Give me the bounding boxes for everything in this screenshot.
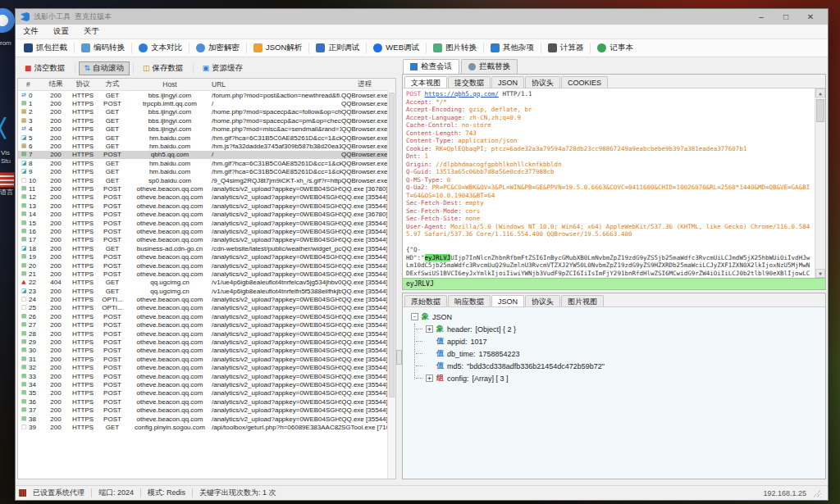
panel-splitter[interactable]: [396, 59, 402, 479]
grid-header[interactable]: #结果协议方式HostURL进程: [18, 79, 395, 91]
table-row[interactable]: ▤14200HTTPSPOSTotheve.beacon.qq.com/anal…: [18, 210, 388, 218]
table-row[interactable]: ▤1200HTTPSPOSTtrpcpb.imtt.qq.com/QQBrows…: [18, 99, 388, 107]
tree-expander-icon[interactable]: +: [426, 375, 433, 382]
table-row[interactable]: ▤27200HTTPSPOSTotheve.beacon.qq.com/anal…: [18, 321, 388, 329]
table-row[interactable]: ▤28200HTTPSPOSTotheve.beacon.qq.com/anal…: [18, 329, 388, 338]
table-row[interactable]: ▲22404HTTPSGETqq.ugcimg.cn/v1/ue4p6igb8e…: [18, 279, 388, 287]
tab-响应数据[interactable]: 响应数据: [448, 295, 491, 306]
table-row[interactable]: ▤15200HTTPSPOSTotheve.beacon.qq.com/anal…: [18, 219, 388, 227]
table-row[interactable]: ▤19200HTTPSPOSTotheve.beacon.qq.com/anal…: [18, 252, 388, 261]
column-header-方式[interactable]: 方式: [97, 79, 128, 89]
request-url-link[interactable]: https://qbh5.qq.com/: [425, 90, 499, 98]
desktop-visual-studio-icon[interactable]: ╳: [0, 120, 5, 138]
table-row[interactable]: ▤37200HTTPSPOSTotheve.beacon.qq.com/anal…: [18, 406, 388, 414]
minimize-button[interactable]: –: [749, 10, 774, 25]
table-row[interactable]: ◪5200HTTPSGEThm.baidu.com/hm.gif?hca=6C3…: [18, 134, 388, 142]
toolbar-item-misc[interactable]: 其他杂项: [484, 39, 541, 57]
textview-scrollbar[interactable]: ▲ ▼: [815, 89, 825, 278]
table-row[interactable]: ▤26200HTTPSPOSTotheve.beacon.qq.com/anal…: [18, 312, 388, 320]
resize-grip-icon[interactable]: [813, 489, 821, 497]
tab-协议头[interactable]: 协议头: [525, 76, 560, 88]
table-row[interactable]: ▤12200HTTPSPOSTotheve.beacon.qq.com/anal…: [18, 193, 388, 202]
tree-node-header[interactable]: +象header:[Object] { 2 }: [404, 323, 824, 335]
table-row[interactable]: ◪9200HTTPSGEThm.baidu.com/hm.gif?hca=6C3…: [18, 168, 388, 176]
tab-图片视图[interactable]: 图片视图: [561, 295, 604, 306]
tree-node-md5[interactable]: +值md5:"bdd3cd338adfb336b21454dc472b59b72…: [404, 360, 824, 372]
toolbar-item-regex-debug[interactable]: 正则调试: [309, 39, 366, 57]
column-header-Host[interactable]: Host: [128, 80, 212, 89]
toolbar-item-notepad[interactable]: 记事本: [591, 39, 640, 57]
menu-item-关于[interactable]: 关于: [76, 26, 107, 37]
table-row[interactable]: ▢10200HTTPSGETsp0.baidu.com/9_Q4simg2RQJ…: [18, 176, 388, 184]
column-header-URL[interactable]: URL: [212, 80, 341, 89]
maximize-button[interactable]: □: [774, 10, 798, 25]
table-row[interactable]: ▢25200HTTPSOPTI...otheve.beacon.qq.com/a…: [18, 304, 388, 312]
tree-node-JSON[interactable]: -象JSON: [404, 311, 824, 323]
table-row[interactable]: ◪23200HTTPSGETqq.ugcimg.cn/v1/ue4p6igb8e…: [18, 287, 388, 295]
tab-JSON[interactable]: JSON: [491, 295, 524, 306]
table-row[interactable]: ▢39200HTTPSGETconfig.pinyin.sogou.com/ap…: [18, 423, 388, 431]
tab-拦截替换[interactable]: 拦截替换: [461, 59, 518, 74]
tab-JSON[interactable]: JSON: [491, 76, 524, 88]
table-row[interactable]: ▤34200HTTPSPOSTotheve.beacon.qq.com/anal…: [18, 380, 388, 388]
button-clear-data[interactable]: ■清空数据: [19, 61, 71, 75]
tab-检查会话[interactable]: 检查会话: [403, 59, 459, 74]
table-row[interactable]: ▤35200HTTPSPOSTotheve.beacon.qq.com/anal…: [18, 389, 388, 397]
table-row[interactable]: ◪18200HTTPSGETbusiness-ad.cdn-go.cn/cdn-…: [18, 244, 388, 252]
toolbar-item-image-convert[interactable]: 图片转换: [427, 39, 483, 57]
table-row[interactable]: ⇄4200HTTPSGETbbs.ijingyi.com/home.php?mo…: [18, 125, 388, 134]
table-row[interactable]: ▤13200HTTPSPOSTotheve.beacon.qq.com/anal…: [18, 202, 388, 210]
table-row[interactable]: ▤21200HTTPSPOSTotheve.beacon.qq.com/anal…: [18, 270, 388, 278]
table-row[interactable]: ▤31200HTTPSPOSTotheve.beacon.qq.com/anal…: [18, 355, 388, 363]
table-row[interactable]: ▤29200HTTPSPOSTotheve.beacon.qq.com/anal…: [18, 338, 388, 346]
tree-expander-icon[interactable]: +: [426, 325, 433, 333]
table-row[interactable]: ▤38200HTTPSPOSTotheve.beacon.qq.com/anal…: [18, 415, 388, 423]
tree-node-appid[interactable]: +值appid:1017: [404, 335, 824, 347]
toolbar-item-web-debug[interactable]: WEB调试: [367, 39, 426, 57]
table-row[interactable]: ▤36200HTTPSPOSTotheve.beacon.qq.com/anal…: [18, 397, 388, 406]
table-row[interactable]: ▩2200HTTPSGETbbs.ijingyi.com/home.php?mo…: [18, 108, 388, 116]
desktop-red-app-icon[interactable]: [0, 172, 15, 188]
table-row[interactable]: ▤11200HTTPSPOSTotheve.beacon.qq.com/anal…: [18, 184, 388, 193]
tab-原始数据[interactable]: 原始数据: [404, 295, 447, 306]
textview-scrollbar-thumb[interactable]: [816, 99, 824, 122]
table-row[interactable]: ▤33200HTTPSPOSTotheve.beacon.qq.com/anal…: [18, 372, 388, 380]
tab-提交数据[interactable]: 提交数据: [448, 76, 491, 88]
scroll-down-icon[interactable]: ▼: [815, 269, 825, 278]
toolbar-item-encode-convert[interactable]: 编码转换: [75, 39, 131, 57]
table-row[interactable]: ▩3200HTTPSGETbbs.ijingyi.com/home.php?mo…: [18, 116, 388, 125]
close-button[interactable]: ✕: [798, 10, 823, 25]
column-header-协议[interactable]: 协议: [69, 79, 97, 89]
scroll-up-icon[interactable]: ▲: [815, 89, 825, 98]
toolbar-item-calculator[interactable]: 计算器: [541, 39, 591, 57]
tab-COOKIES[interactable]: COOKIES: [561, 76, 608, 88]
desktop-chrome-icon[interactable]: [0, 8, 15, 33]
tab-文本视图[interactable]: 文本视图: [404, 76, 447, 88]
tree-node-db_time[interactable]: +值db_time:1758854223: [404, 347, 824, 360]
table-row[interactable]: ▤16200HTTPSPOSTotheve.beacon.qq.com/anal…: [18, 227, 388, 235]
table-row[interactable]: ▤20200HTTPSPOSTotheve.beacon.qq.com/anal…: [18, 261, 388, 270]
column-header-#[interactable]: #: [18, 80, 43, 89]
menu-item-文件[interactable]: 文件: [16, 26, 46, 37]
button-save-data[interactable]: ◫保存数据: [137, 61, 189, 75]
table-row[interactable]: ▤32200HTTPSPOSTotheve.beacon.qq.com/anal…: [18, 364, 388, 372]
column-header-结果[interactable]: 结果: [43, 79, 69, 89]
grid-scrollbar-thumb[interactable]: [389, 93, 395, 397]
grid-scrollbar[interactable]: [387, 90, 395, 479]
table-row[interactable]: ▤17200HTTPSPOSTotheve.beacon.qq.com/anal…: [18, 236, 388, 244]
splitter-grip[interactable]: [396, 350, 402, 365]
tree-expander-icon[interactable]: -: [411, 313, 418, 320]
menu-item-设置[interactable]: 设置: [46, 26, 76, 37]
table-row[interactable]: ◪8200HTTPSGEThm.baidu.com/hm.gif?hca=6C3…: [18, 159, 388, 167]
title-bar[interactable]: 浅影小工具 查克拉版本 – □ ✕: [16, 9, 828, 25]
toolbar-item-capture[interactable]: 抓包拦截: [17, 39, 74, 57]
table-row[interactable]: ▢24200HTTPSOPTI...otheve.beacon.qq.com/a…: [18, 295, 388, 303]
table-row[interactable]: ▤7200HTTPSPOSTqbh5.qq.com/QQBrowser.exe …: [18, 151, 388, 159]
toolbar-item-encrypt-decrypt[interactable]: 加密解密: [189, 39, 246, 57]
table-row[interactable]: ▩6200HTTPSGEThm.baidu.com/hm.js?fa32dadd…: [18, 142, 388, 150]
button-resource-cache[interactable]: ▣资源缓存: [197, 61, 249, 75]
toolbar-item-json-parse[interactable]: JSON解析: [247, 39, 308, 57]
tab-协议头[interactable]: 协议头: [525, 295, 560, 306]
table-row[interactable]: ▤30200HTTPSPOSTotheve.beacon.qq.com/anal…: [18, 347, 388, 355]
button-auto-scroll[interactable]: ⇅自动滚动: [79, 61, 130, 75]
